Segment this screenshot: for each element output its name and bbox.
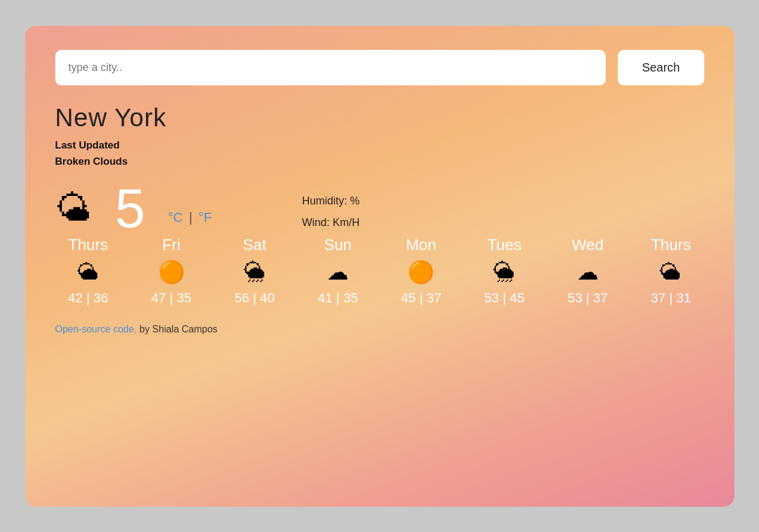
- day-name: Mon: [406, 236, 436, 254]
- humidity-label: Humidity: %: [302, 190, 359, 212]
- search-row: Search: [55, 50, 704, 85]
- temperature-units: °C | °F: [168, 210, 212, 225]
- weather-card: Search New York Last Updated Broken Clou…: [25, 26, 734, 507]
- day-temps: 37 | 31: [651, 290, 691, 306]
- weather-meta: Humidity: % Wind: Km/H: [302, 190, 359, 233]
- forecast-row: Thurs 🌥 42 | 36 Fri 🟠 47 | 35 Sat 🌦 56 |…: [55, 236, 704, 306]
- forecast-day: Tues 🌦 53 | 45: [471, 236, 537, 306]
- day-icon: 🟠: [407, 261, 434, 283]
- day-name: Sun: [324, 236, 352, 254]
- city-name: New York: [55, 103, 704, 132]
- day-icon: 🌦: [493, 261, 515, 283]
- day-icon: 🌦: [244, 261, 266, 283]
- weather-status: Last Updated Broken Clouds: [55, 137, 704, 170]
- fahrenheit-unit[interactable]: °F: [198, 210, 212, 225]
- city-search-input[interactable]: [55, 50, 606, 85]
- day-name: Tues: [487, 236, 522, 254]
- day-name: Sat: [243, 236, 266, 254]
- last-updated-label: Last Updated: [55, 137, 704, 153]
- day-temps: 45 | 37: [401, 290, 441, 306]
- day-icon: 🌥: [660, 261, 681, 283]
- current-weather-icon: 🌤: [55, 188, 91, 229]
- current-temperature: 5: [115, 182, 145, 236]
- day-temps: 53 | 45: [484, 290, 525, 306]
- day-icon: 🌥: [78, 261, 99, 283]
- forecast-day: Mon 🟠 45 | 37: [388, 236, 454, 306]
- day-temps: 56 | 40: [234, 290, 275, 306]
- day-name: Thurs: [651, 236, 690, 254]
- unit-divider: |: [189, 210, 192, 225]
- forecast-day: Thurs 🌥 37 | 31: [638, 236, 704, 306]
- footer: Open-source code, by Shiala Campos: [55, 324, 704, 335]
- day-icon: 🟠: [158, 261, 185, 283]
- day-temps: 42 | 36: [68, 290, 108, 306]
- current-weather-row: 🌤 5 °C | °F Humidity: % Wind: Km/H: [55, 182, 704, 236]
- wind-label: Wind: Km/H: [302, 212, 359, 233]
- day-temps: 47 | 35: [151, 290, 192, 306]
- celsius-unit[interactable]: °C: [168, 210, 183, 225]
- footer-author: by Shiala Campos: [137, 324, 218, 334]
- condition-label: Broken Clouds: [55, 153, 704, 170]
- forecast-day: Fri 🟠 47 | 35: [138, 236, 204, 306]
- day-name: Wed: [572, 236, 603, 254]
- forecast-day: Thurs 🌥 42 | 36: [55, 236, 121, 306]
- day-name: Thurs: [68, 236, 108, 254]
- day-name: Fri: [162, 236, 180, 254]
- day-temps: 53 | 37: [567, 290, 608, 306]
- forecast-day: Sun ☁ 41 | 35: [305, 236, 371, 306]
- forecast-day: Wed ☁ 53 | 37: [555, 236, 621, 306]
- day-icon: ☁: [327, 261, 349, 283]
- open-source-link[interactable]: Open-source code,: [55, 324, 137, 334]
- day-icon: ☁: [577, 261, 599, 283]
- forecast-day: Sat 🌦 56 | 40: [222, 236, 288, 306]
- search-button[interactable]: Search: [618, 50, 704, 85]
- day-temps: 41 | 35: [318, 290, 358, 306]
